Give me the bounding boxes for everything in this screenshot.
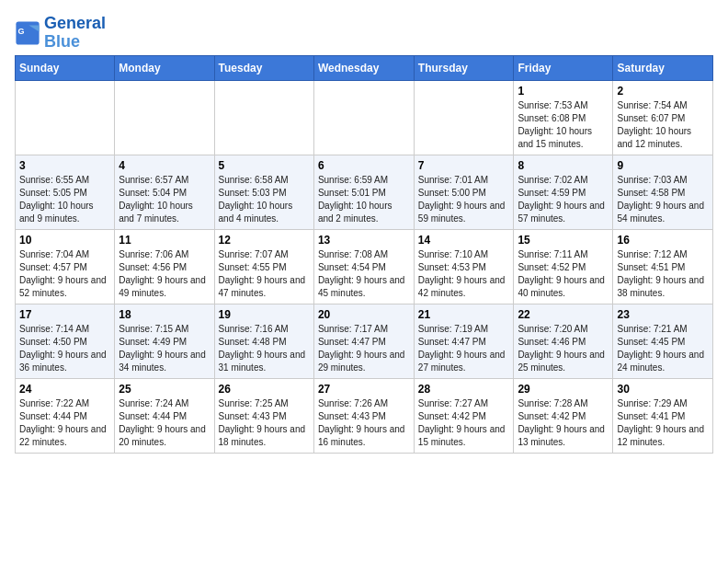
day-info: Sunrise: 7:53 AM Sunset: 6:08 PM Dayligh… [518, 99, 609, 151]
day-number: 2 [617, 85, 709, 98]
weekday-header-row: SundayMondayTuesdayWednesdayThursdayFrid… [16, 55, 713, 80]
weekday-header-friday: Friday [514, 55, 613, 80]
day-number: 8 [518, 159, 609, 172]
day-number: 19 [219, 308, 310, 321]
day-number: 25 [119, 383, 210, 396]
day-number: 15 [518, 234, 609, 247]
calendar-cell: 15Sunrise: 7:11 AM Sunset: 4:52 PM Dayli… [514, 229, 613, 304]
day-info: Sunrise: 7:17 AM Sunset: 4:47 PM Dayligh… [318, 323, 410, 374]
calendar-cell [115, 80, 214, 155]
day-info: Sunrise: 7:20 AM Sunset: 4:46 PM Dayligh… [518, 323, 609, 374]
calendar-week-2: 3Sunrise: 6:55 AM Sunset: 5:05 PM Daylig… [16, 155, 713, 229]
calendar-cell [313, 80, 414, 155]
calendar-cell: 3Sunrise: 6:55 AM Sunset: 5:05 PM Daylig… [16, 155, 115, 229]
calendar-cell: 4Sunrise: 6:57 AM Sunset: 5:04 PM Daylig… [115, 155, 214, 229]
logo-line1: General [44, 15, 106, 33]
day-number: 22 [518, 308, 609, 321]
day-number: 26 [219, 383, 310, 396]
calendar-cell: 26Sunrise: 7:25 AM Sunset: 4:43 PM Dayli… [214, 378, 313, 453]
calendar-cell: 28Sunrise: 7:27 AM Sunset: 4:42 PM Dayli… [414, 378, 514, 453]
day-info: Sunrise: 7:22 AM Sunset: 4:44 PM Dayligh… [19, 397, 110, 449]
page-header: G General Blue [15, 15, 713, 55]
calendar-cell: 5Sunrise: 6:58 AM Sunset: 5:03 PM Daylig… [214, 155, 313, 229]
calendar-cell [16, 80, 115, 155]
day-number: 20 [318, 308, 410, 321]
day-number: 16 [617, 234, 709, 247]
calendar-cell: 23Sunrise: 7:21 AM Sunset: 4:45 PM Dayli… [613, 304, 713, 378]
day-info: Sunrise: 7:21 AM Sunset: 4:45 PM Dayligh… [617, 323, 709, 374]
day-number: 17 [19, 308, 110, 321]
day-info: Sunrise: 7:12 AM Sunset: 4:51 PM Dayligh… [617, 248, 709, 300]
day-info: Sunrise: 7:26 AM Sunset: 4:43 PM Dayligh… [318, 397, 410, 449]
weekday-header-monday: Monday [115, 55, 214, 80]
day-number: 24 [19, 383, 110, 396]
day-info: Sunrise: 7:15 AM Sunset: 4:49 PM Dayligh… [119, 323, 210, 374]
calendar-cell: 8Sunrise: 7:02 AM Sunset: 4:59 PM Daylig… [514, 155, 613, 229]
calendar-cell: 14Sunrise: 7:10 AM Sunset: 4:53 PM Dayli… [414, 229, 514, 304]
calendar-week-1: 1Sunrise: 7:53 AM Sunset: 6:08 PM Daylig… [16, 80, 713, 155]
day-info: Sunrise: 7:19 AM Sunset: 4:47 PM Dayligh… [418, 323, 510, 374]
day-info: Sunrise: 7:06 AM Sunset: 4:56 PM Dayligh… [119, 248, 210, 300]
calendar-cell: 22Sunrise: 7:20 AM Sunset: 4:46 PM Dayli… [514, 304, 613, 378]
day-number: 1 [518, 85, 609, 98]
day-number: 4 [119, 159, 210, 172]
calendar-cell: 1Sunrise: 7:53 AM Sunset: 6:08 PM Daylig… [514, 80, 613, 155]
weekday-header-sunday: Sunday [16, 55, 115, 80]
calendar-cell: 20Sunrise: 7:17 AM Sunset: 4:47 PM Dayli… [313, 304, 414, 378]
calendar-cell: 11Sunrise: 7:06 AM Sunset: 4:56 PM Dayli… [115, 229, 214, 304]
day-number: 7 [418, 159, 510, 172]
day-number: 28 [418, 383, 510, 396]
day-info: Sunrise: 7:28 AM Sunset: 4:42 PM Dayligh… [518, 397, 609, 449]
day-info: Sunrise: 7:02 AM Sunset: 4:59 PM Dayligh… [518, 174, 609, 225]
calendar-cell [414, 80, 514, 155]
calendar-cell: 12Sunrise: 7:07 AM Sunset: 4:55 PM Dayli… [214, 229, 313, 304]
calendar-cell: 29Sunrise: 7:28 AM Sunset: 4:42 PM Dayli… [514, 378, 613, 453]
weekday-header-saturday: Saturday [613, 55, 713, 80]
day-info: Sunrise: 7:24 AM Sunset: 4:44 PM Dayligh… [119, 397, 210, 449]
logo: G General Blue [15, 15, 106, 52]
day-number: 3 [19, 159, 110, 172]
day-info: Sunrise: 7:29 AM Sunset: 4:41 PM Dayligh… [617, 397, 709, 449]
day-info: Sunrise: 7:25 AM Sunset: 4:43 PM Dayligh… [219, 397, 310, 449]
day-info: Sunrise: 7:11 AM Sunset: 4:52 PM Dayligh… [518, 248, 609, 300]
calendar-cell: 2Sunrise: 7:54 AM Sunset: 6:07 PM Daylig… [613, 80, 713, 155]
calendar-cell: 30Sunrise: 7:29 AM Sunset: 4:41 PM Dayli… [613, 378, 713, 453]
day-info: Sunrise: 7:08 AM Sunset: 4:54 PM Dayligh… [318, 248, 410, 300]
calendar-cell: 25Sunrise: 7:24 AM Sunset: 4:44 PM Dayli… [115, 378, 214, 453]
day-info: Sunrise: 7:10 AM Sunset: 4:53 PM Dayligh… [418, 248, 510, 300]
calendar-cell: 7Sunrise: 7:01 AM Sunset: 5:00 PM Daylig… [414, 155, 514, 229]
calendar-week-4: 17Sunrise: 7:14 AM Sunset: 4:50 PM Dayli… [16, 304, 713, 378]
calendar-cell: 6Sunrise: 6:59 AM Sunset: 5:01 PM Daylig… [313, 155, 414, 229]
weekday-header-tuesday: Tuesday [214, 55, 313, 80]
calendar-week-3: 10Sunrise: 7:04 AM Sunset: 4:57 PM Dayli… [16, 229, 713, 304]
day-number: 23 [617, 308, 709, 321]
day-number: 12 [219, 234, 310, 247]
logo-icon: G [15, 20, 40, 46]
day-info: Sunrise: 7:07 AM Sunset: 4:55 PM Dayligh… [219, 248, 310, 300]
day-info: Sunrise: 7:27 AM Sunset: 4:42 PM Dayligh… [418, 397, 510, 449]
weekday-header-wednesday: Wednesday [313, 55, 414, 80]
calendar-cell: 10Sunrise: 7:04 AM Sunset: 4:57 PM Dayli… [16, 229, 115, 304]
calendar-cell: 9Sunrise: 7:03 AM Sunset: 4:58 PM Daylig… [613, 155, 713, 229]
day-info: Sunrise: 6:59 AM Sunset: 5:01 PM Dayligh… [318, 174, 410, 225]
day-number: 5 [219, 159, 310, 172]
day-info: Sunrise: 7:01 AM Sunset: 5:00 PM Dayligh… [418, 174, 510, 225]
day-info: Sunrise: 7:16 AM Sunset: 4:48 PM Dayligh… [219, 323, 310, 374]
day-number: 30 [617, 383, 709, 396]
calendar-table: SundayMondayTuesdayWednesdayThursdayFrid… [15, 55, 713, 454]
svg-text:G: G [18, 27, 25, 36]
calendar-cell: 16Sunrise: 7:12 AM Sunset: 4:51 PM Dayli… [613, 229, 713, 304]
calendar-cell: 13Sunrise: 7:08 AM Sunset: 4:54 PM Dayli… [313, 229, 414, 304]
calendar-cell: 27Sunrise: 7:26 AM Sunset: 4:43 PM Dayli… [313, 378, 414, 453]
day-number: 21 [418, 308, 510, 321]
day-number: 10 [19, 234, 110, 247]
logo-line2: Blue [44, 33, 106, 52]
day-info: Sunrise: 6:55 AM Sunset: 5:05 PM Dayligh… [19, 174, 110, 225]
day-number: 29 [518, 383, 609, 396]
day-number: 13 [318, 234, 410, 247]
day-info: Sunrise: 7:14 AM Sunset: 4:50 PM Dayligh… [19, 323, 110, 374]
calendar-week-5: 24Sunrise: 7:22 AM Sunset: 4:44 PM Dayli… [16, 378, 713, 453]
day-info: Sunrise: 6:57 AM Sunset: 5:04 PM Dayligh… [119, 174, 210, 225]
calendar-cell [214, 80, 313, 155]
calendar-body: 1Sunrise: 7:53 AM Sunset: 6:08 PM Daylig… [16, 80, 713, 453]
